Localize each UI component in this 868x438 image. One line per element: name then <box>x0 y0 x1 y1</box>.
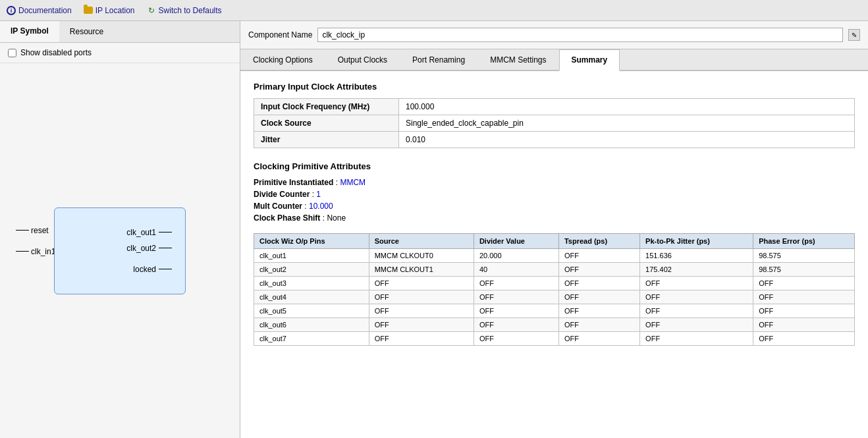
primary-section-title: Primary Input Clock Attributes <box>254 82 855 92</box>
table-row: Clock Source Single_ended_clock_capable_… <box>254 115 855 132</box>
table-row: clk_out2MMCM CLKOUT140OFF175.40298.575 <box>254 263 855 277</box>
port-locked-row: locked <box>81 265 172 274</box>
cell-r4-c3: OFF <box>558 304 639 318</box>
ip-location-link[interactable]: IP Location <box>84 6 135 15</box>
cell-r2-c1: OFF <box>369 277 474 290</box>
table-row: clk_out5OFFOFFOFFOFFOFF <box>254 304 855 318</box>
port-clk-out2-label: clk_out2 <box>126 244 156 253</box>
cell-r4-c5: OFF <box>753 304 855 318</box>
cell-r0-c1: MMCM CLKOUT0 <box>369 249 474 263</box>
ip-symbol-area: reset clk_in1 clk_out1 clk_out2 <box>0 63 240 438</box>
port-clk-out1-label: clk_out1 <box>126 228 156 237</box>
table-row: clk_out7OFFOFFOFFOFFOFF <box>254 332 855 346</box>
cell-r2-c4: OFF <box>640 277 753 290</box>
wire-reset <box>16 230 29 231</box>
cell-r3-c2: OFF <box>474 290 558 304</box>
show-disabled-ports-label: Show disabled ports <box>20 48 92 57</box>
documentation-link[interactable]: i Documentation <box>7 6 72 15</box>
col-header-tspread: Tspread (ps) <box>558 234 639 249</box>
cell-r4-c2: OFF <box>474 304 558 318</box>
cell-r5-c5: OFF <box>753 318 855 332</box>
tab-summary[interactable]: Summary <box>559 49 620 71</box>
topbar: i Documentation IP Location ↻ Switch to … <box>0 0 868 21</box>
table-row: clk_out1MMCM CLKOUT020.000OFF151.63698.5… <box>254 249 855 263</box>
cell-r1-c0: clk_out2 <box>254 263 369 277</box>
port-clk-out1-row: clk_out1 <box>81 228 172 237</box>
cell-r6-c5: OFF <box>753 332 855 346</box>
clock-table-header-row: Clock Wiz O/p Pins Source Divider Value … <box>254 234 855 249</box>
wire-clk-out2 <box>159 248 172 248</box>
cell-r2-c3: OFF <box>558 277 639 290</box>
folder-icon <box>84 7 93 14</box>
attr-label-jitter: Jitter <box>254 132 399 148</box>
primitive-section: Primitive Instantiated : MMCM Divide Cou… <box>254 178 855 223</box>
attr-value-freq: 100.000 <box>399 99 855 115</box>
cell-r1-c2: 40 <box>474 263 558 277</box>
switch-to-defaults-link[interactable]: ↻ Switch to Defaults <box>147 6 222 15</box>
port-clk-in1: clk_in1 <box>16 247 55 256</box>
cell-r5-c0: clk_out6 <box>254 318 369 332</box>
show-ports-row: Show disabled ports <box>0 43 240 63</box>
cell-r0-c5: 98.575 <box>753 249 855 263</box>
component-name-input[interactable] <box>317 28 843 42</box>
mult-counter-line: Mult Counter : 10.000 <box>254 202 855 211</box>
tab-mmcm-settings[interactable]: MMCM Settings <box>477 49 558 71</box>
cell-r5-c4: OFF <box>640 318 753 332</box>
component-edit-icon[interactable]: ✎ <box>848 29 860 41</box>
tab-port-renaming[interactable]: Port Renaming <box>400 49 477 71</box>
left-panel: IP Symbol Resource Show disabled ports r… <box>0 21 240 438</box>
ip-location-label: IP Location <box>95 6 135 15</box>
tab-output-clocks[interactable]: Output Clocks <box>325 49 400 71</box>
cell-r2-c0: clk_out3 <box>254 277 369 290</box>
cell-r6-c1: OFF <box>369 332 474 346</box>
port-reset-label: reset <box>31 226 49 235</box>
table-row: clk_out4OFFOFFOFFOFFOFF <box>254 290 855 304</box>
divide-counter-value: 1 <box>316 190 321 199</box>
primitive-instantiated-label: Primitive Instantiated <box>254 178 333 187</box>
tab-ip-symbol[interactable]: IP Symbol <box>0 21 59 42</box>
table-row: Input Clock Frequency (MHz) 100.000 <box>254 99 855 115</box>
divide-counter-line: Divide Counter : 1 <box>254 190 855 199</box>
port-locked-label: locked <box>133 265 156 274</box>
attr-label-source: Clock Source <box>254 115 399 132</box>
tab-clocking-options[interactable]: Clocking Options <box>240 49 325 71</box>
port-clk-in1-label: clk_in1 <box>31 247 55 256</box>
tab-resource[interactable]: Resource <box>59 21 114 42</box>
cell-r3-c5: OFF <box>753 290 855 304</box>
show-disabled-ports-checkbox[interactable] <box>8 49 16 57</box>
left-tabs: IP Symbol Resource <box>0 21 240 43</box>
port-clk-out2-row: clk_out2 <box>81 244 172 253</box>
colon-3: : <box>304 202 309 211</box>
mult-counter-label: Mult Counter <box>254 202 302 211</box>
cell-r1-c4: 175.402 <box>640 263 753 277</box>
cell-r3-c1: OFF <box>369 290 474 304</box>
cell-r3-c4: OFF <box>640 290 753 304</box>
col-header-divider: Divider Value <box>474 234 558 249</box>
col-header-pins: Clock Wiz O/p Pins <box>254 234 369 249</box>
info-icon: i <box>7 6 16 15</box>
cell-r1-c1: MMCM CLKOUT1 <box>369 263 474 277</box>
ip-box: clk_out1 clk_out2 locked <box>54 207 186 294</box>
col-header-source: Source <box>369 234 474 249</box>
documentation-label: Documentation <box>18 6 72 15</box>
clock-table: Clock Wiz O/p Pins Source Divider Value … <box>254 233 855 346</box>
table-row: Jitter 0.010 <box>254 132 855 148</box>
mult-counter-value: 10.000 <box>309 202 333 211</box>
cell-r2-c2: OFF <box>474 277 558 290</box>
attr-label-freq: Input Clock Frequency (MHz) <box>254 99 399 115</box>
cell-r4-c0: clk_out5 <box>254 304 369 318</box>
cell-r1-c5: 98.575 <box>753 263 855 277</box>
divide-counter-label: Divide Counter <box>254 190 310 199</box>
cell-r6-c0: clk_out7 <box>254 332 369 346</box>
component-name-row: Component Name ✎ <box>240 21 868 49</box>
primitive-instantiated-line: Primitive Instantiated : MMCM <box>254 178 855 187</box>
cell-r6-c4: OFF <box>640 332 753 346</box>
cell-r4-c1: OFF <box>369 304 474 318</box>
cell-r5-c3: OFF <box>558 318 639 332</box>
wire-clk-out1 <box>159 232 172 233</box>
cell-r3-c3: OFF <box>558 290 639 304</box>
cell-r5-c2: OFF <box>474 318 558 332</box>
port-reset: reset <box>16 226 55 235</box>
clock-phase-shift-line: Clock Phase Shift : None <box>254 213 855 223</box>
cell-r1-c3: OFF <box>558 263 639 277</box>
